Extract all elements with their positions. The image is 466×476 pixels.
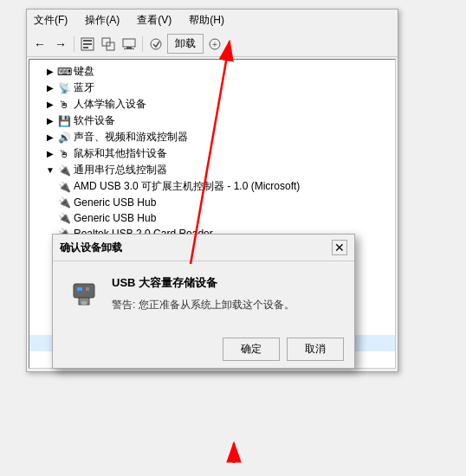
hid-icon: 🖱 [57,98,71,112]
dialog-body: USB 大容量存储设备 警告: 您正准备从系统上卸载这个设备。 [53,261,354,331]
dialog-warning-text: 警告: 您正准备从系统上卸载这个设备。 [112,298,294,312]
confirm-uninstall-dialog: 确认设备卸载 ✕ USB 大容量存储设备 警告: 您正准备从系统上卸载这个设备。… [52,234,355,369]
usb-controllers-label: 通用串行总线控制器 [74,163,167,177]
mouse-label: 鼠标和其他指针设备 [74,146,167,161]
tree-item-software[interactable]: ▶ 💾 软件设备 [29,113,395,129]
cancel-button[interactable]: 取消 [287,338,344,361]
expand-arrow[interactable]: ▼ [43,164,57,177]
svg-rect-6 [123,39,135,47]
software-label: 软件设备 [74,113,115,128]
usb-controllers-icon: 🔌 [57,164,71,177]
svg-rect-14 [74,284,94,298]
tree-item-mouse[interactable]: ▶ 🖱 鼠标和其他指针设备 [29,145,395,162]
properties-button[interactable] [78,35,97,54]
toolbar-separator-1 [74,36,74,52]
svg-rect-17 [77,287,82,291]
collapse-arrow[interactable]: ▶ [43,147,57,161]
enable-button[interactable] [146,35,165,54]
keyboard-icon: ⌨ [57,65,71,79]
collapse-arrow[interactable]: ▶ [43,98,57,112]
collapse-arrow[interactable]: ▶ [43,81,57,95]
sound-icon: 🔊 [57,131,71,145]
tree-item-bluetooth[interactable]: ▶ 📡 蓝牙 [29,80,395,96]
toolbar: ← → [27,31,398,57]
amd-usb-label: AMD USB 3.0 可扩展主机控制器 - 1.0 (Microsoft) [74,179,300,194]
usb-device-icon: 🔌 [57,180,71,194]
keyboard-label: 键盘 [74,64,94,79]
dialog-title-bar: 确认设备卸载 ✕ [53,235,354,261]
svg-rect-8 [124,48,134,49]
update-driver-button[interactable]: + [205,35,224,54]
bluetooth-label: 蓝牙 [74,80,94,95]
tree-item-amd-usb[interactable]: 🔌 AMD USB 3.0 可扩展主机控制器 - 1.0 (Microsoft) [29,178,395,195]
menu-help[interactable]: 帮助(H) [185,11,228,29]
bluetooth-icon: 📡 [57,81,71,95]
usb-device-icon: 🔌 [57,196,71,209]
tree-item-generic-hub-2[interactable]: 🔌 Generic USB Hub [29,210,395,226]
svg-point-9 [151,39,161,49]
menu-view[interactable]: 查看(V) [133,11,175,29]
collapse-arrow[interactable]: ▶ [43,131,57,145]
computer-button[interactable] [120,35,139,54]
dialog-device-name: USB 大容量存储设备 [112,275,294,291]
sound-label: 声音、视频和游戏控制器 [74,130,188,145]
software-icon: 💾 [57,114,71,128]
confirm-button[interactable]: 确定 [223,338,280,361]
svg-text:+: + [212,40,217,49]
back-button[interactable]: ← [30,35,49,54]
svg-rect-16 [81,301,87,305]
collapse-arrow[interactable]: ▶ [43,114,57,128]
svg-rect-1 [83,40,92,42]
usb-device-icon: 🔌 [57,211,71,225]
hid-label: 人体学输入设备 [74,97,146,112]
generic-hub-1-label: Generic USB Hub [74,196,156,209]
dialog-content: USB 大容量存储设备 警告: 您正准备从系统上卸载这个设备。 [112,275,294,312]
tree-item-hid[interactable]: ▶ 🖱 人体学输入设备 [29,96,395,113]
collapse-arrow[interactable]: ▶ [43,65,57,79]
dialog-title: 确认设备卸载 [60,241,122,255]
tree-item-generic-hub-1[interactable]: 🔌 Generic USB Hub [29,195,395,210]
menu-file[interactable]: 文件(F) [30,11,71,29]
generic-hub-2-label: Generic USB Hub [74,212,156,224]
svg-rect-7 [126,47,132,48]
svg-rect-18 [86,287,89,291]
uninstall-button[interactable]: 卸载 [167,34,204,54]
tree-item-sound[interactable]: ▶ 🔊 声音、视频和游戏控制器 [29,129,395,145]
menu-bar: 文件(F) 操作(A) 查看(V) 帮助(H) [27,10,398,31]
svg-rect-3 [83,47,88,48]
tree-item-keyboard[interactable]: ▶ ⌨ 键盘 [29,63,395,80]
dialog-close-button[interactable]: ✕ [332,240,347,255]
scan-button[interactable] [99,35,118,54]
usb-drive-icon [67,275,101,317]
svg-rect-2 [83,43,92,45]
toolbar-separator-2 [142,36,143,52]
forward-button[interactable]: → [51,35,70,54]
menu-action[interactable]: 操作(A) [81,11,123,29]
mouse-icon: 🖱 [57,147,71,161]
dialog-footer: 确定 取消 [53,331,354,368]
tree-item-usb-controllers[interactable]: ▼ 🔌 通用串行总线控制器 [29,162,395,178]
